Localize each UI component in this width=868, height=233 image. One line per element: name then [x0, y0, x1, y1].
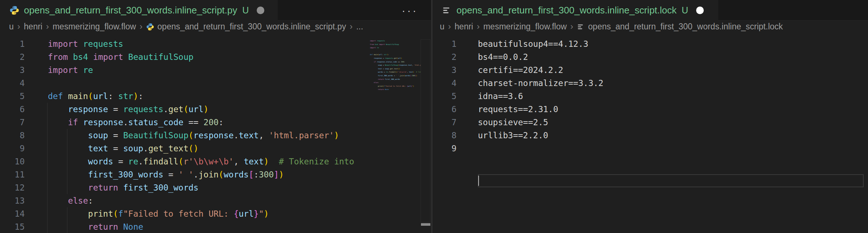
indent-guide [67, 207, 67, 233]
code-line[interactable]: 5idna==3.6 [433, 90, 868, 103]
line-number: 4 [433, 77, 456, 90]
tab-python-file[interactable]: opens_and_return_first_300_words.inline_… [0, 0, 278, 21]
line-number: 7 [433, 116, 456, 129]
text-cursor [478, 176, 479, 186]
modified-dot-icon[interactable] [257, 7, 264, 14]
code-line[interactable]: 2bs4==0.0.2 [433, 50, 868, 64]
chevron-right-icon: › [140, 21, 142, 32]
breadcrumb-symbol-ellipsis[interactable]: ... [356, 22, 363, 32]
code-line[interactable]: 12 return first_300_words [0, 181, 370, 194]
code-line[interactable]: 4 [0, 77, 370, 90]
code-line[interactable]: 8 soup = BeautifulSoup(response.text, 'h… [0, 129, 370, 142]
line-number: 1 [0, 37, 25, 50]
modified-dot-icon[interactable] [696, 7, 704, 14]
python-icon [146, 23, 154, 31]
breadcrumb: u›henri›mesmerizing_flow.flow›opens_and_… [433, 21, 868, 32]
code-line[interactable]: 6 response = requests.get(url) [0, 103, 370, 116]
line-number: 15 [0, 220, 25, 233]
line-number: 7 [0, 116, 25, 129]
vscode-window: opens_and_return_first_300_words.inline_… [0, 0, 868, 233]
code-line[interactable]: 11 first_300_words = ' '.join(words[:300… [0, 168, 370, 181]
line-number: 12 [0, 181, 25, 194]
breadcrumb-segment[interactable]: u [9, 22, 14, 32]
code-line[interactable]: 6requests==2.31.0 [433, 103, 868, 116]
code-line[interactable]: 9 text = soup.get_text() [0, 142, 370, 155]
line-number: 2 [0, 50, 25, 64]
code-line[interactable]: 9 [433, 142, 868, 155]
editor-group-right: opens_and_return_first_300_words.inline_… [433, 0, 868, 233]
line-number: 5 [0, 90, 25, 103]
line-number: 9 [433, 142, 456, 155]
code-line[interactable]: 7soupsieve==2.5 [433, 116, 868, 129]
breadcrumb-file[interactable]: opens_and_return_first_300_words.inline_… [157, 22, 346, 32]
breadcrumb-segment[interactable]: mesmerizing_flow.flow [53, 22, 136, 32]
breadcrumb-file[interactable]: opens_and_return_first_300_words.inline_… [588, 22, 783, 32]
indent-guide [67, 129, 67, 194]
line-number: 6 [433, 103, 456, 116]
git-status-badge: U [682, 5, 688, 16]
python-editor[interactable]: 1import requests2from bs4 import Beautif… [0, 32, 431, 233]
code-line[interactable]: 2from bs4 import BeautifulSoup [0, 50, 370, 64]
tab-lock-file[interactable]: opens_and_return_first_300_words.inline_… [433, 0, 718, 21]
lock-file-editor[interactable]: 1beautifulsoup4==4.12.32bs4==0.0.23certi… [433, 32, 868, 233]
overview-ruler-cursor-mark [421, 223, 430, 226]
breadcrumb-segment[interactable]: henri [455, 22, 473, 32]
line-number: 1 [433, 37, 456, 50]
code-line[interactable]: 8urllib3==2.2.0 [433, 129, 868, 142]
line-number: 4 [0, 77, 25, 90]
breadcrumb: u›henri›mesmerizing_flow.flow›opens_and_… [0, 21, 431, 32]
chevron-right-icon: › [448, 21, 451, 32]
line-number: 14 [0, 207, 25, 220]
chevron-right-icon: › [17, 21, 20, 32]
code-line[interactable]: 14 print(f"Failed to fetch URL: {url}") [0, 207, 370, 220]
code-line[interactable]: 13 else: [0, 194, 370, 207]
tab-bar-right: opens_and_return_first_300_words.inline_… [433, 0, 868, 21]
breadcrumb-segment[interactable]: mesmerizing_flow.flow [483, 22, 567, 32]
code-line[interactable]: 3import re [0, 64, 370, 77]
line-number: 13 [0, 194, 25, 207]
tab-label: opens_and_return_first_300_words.inline_… [456, 5, 677, 16]
code-line[interactable]: 3certifi==2024.2.2 [433, 64, 868, 77]
line-number: 10 [0, 155, 25, 168]
list-file-icon [577, 23, 585, 31]
code-line[interactable]: 4charset-normalizer==3.3.2 [433, 77, 868, 90]
tab-label: opens_and_return_first_300_words.inline_… [24, 5, 237, 16]
line-number: 2 [433, 50, 456, 64]
code-line[interactable]: 15 return None [0, 220, 370, 233]
editor-group-left: opens_and_return_first_300_words.inline_… [0, 0, 431, 233]
line-number: 5 [433, 90, 456, 103]
breadcrumb-segment[interactable]: henri [24, 22, 42, 32]
line-number: 3 [0, 64, 25, 77]
code-line[interactable]: 7 if response.status_code == 200: [0, 116, 370, 129]
git-status-badge: U [242, 5, 249, 16]
more-actions-icon[interactable]: ··· [402, 1, 418, 20]
code-line[interactable]: 1beautifulsoup4==4.12.3 [433, 37, 868, 50]
code-line[interactable]: 5def main(url: str): [0, 90, 370, 103]
line-number: 3 [433, 64, 456, 77]
breadcrumb-segment[interactable]: u [440, 22, 445, 32]
python-icon [9, 5, 19, 15]
code-line[interactable]: 1import requests [0, 37, 370, 50]
code-line[interactable]: 10 words = re.findall(r'\b\w+\b', text) … [0, 155, 370, 168]
vertical-scrollbar[interactable] [421, 39, 430, 222]
line-number: 6 [0, 103, 25, 116]
current-line-highlight [478, 174, 864, 187]
line-number: 8 [0, 129, 25, 142]
chevron-right-icon: › [46, 21, 49, 32]
minimap[interactable]: import requestsfrom bs4 import Beautiful… [370, 39, 421, 96]
tab-bar-left: opens_and_return_first_300_words.inline_… [0, 0, 431, 21]
line-number: 9 [0, 142, 25, 155]
chevron-right-icon: › [570, 21, 573, 32]
list-file-icon [442, 5, 452, 15]
chevron-right-icon: › [350, 21, 352, 32]
line-number: 8 [433, 129, 456, 142]
line-number: 11 [0, 168, 25, 181]
indent-guide [47, 103, 47, 233]
chevron-right-icon: › [477, 21, 480, 32]
